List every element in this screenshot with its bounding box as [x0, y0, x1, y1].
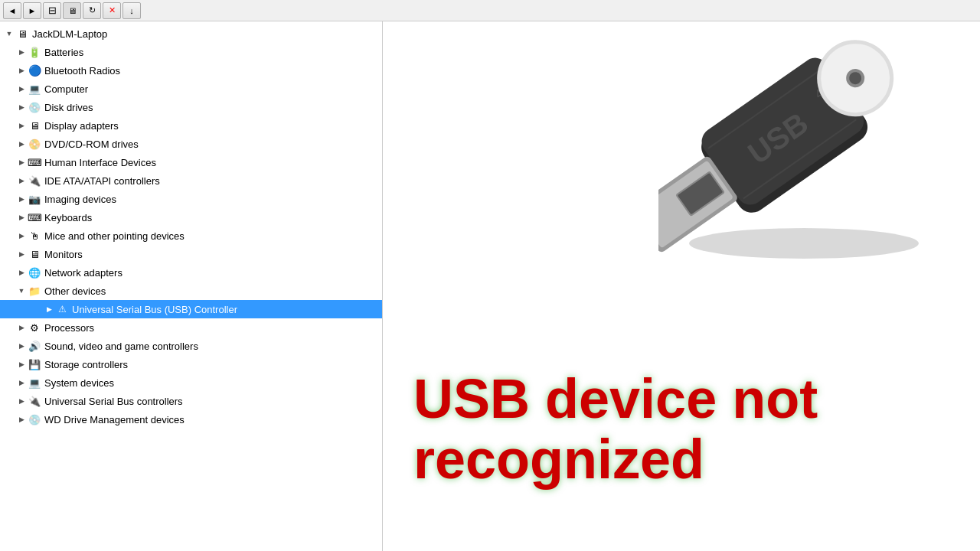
processors-icon: ⚙ [28, 321, 41, 334]
sound-icon: 🔊 [28, 339, 41, 353]
ide-label: IDE ATA/ATAPI controllers [44, 175, 160, 187]
network-label: Network adapters [44, 267, 122, 279]
toolbar-forward[interactable]: ► [23, 2, 41, 19]
usb-bus-icon: 🔌 [28, 394, 41, 408]
batteries-icon: 🔋 [28, 45, 41, 59]
display-icon: 🖥 [28, 119, 41, 132]
tree-item-system[interactable]: ▶ 💻 System devices [0, 373, 382, 392]
hid-expander[interactable]: ▶ [15, 156, 28, 168]
storage-label: Storage controllers [44, 359, 128, 370]
tree-item-display[interactable]: ▶ 🖥 Display adapters [0, 116, 382, 135]
bluetooth-label: Bluetooth Radios [44, 65, 120, 77]
ide-icon: 🔌 [28, 174, 41, 187]
toolbar-scan[interactable]: ↓ [122, 2, 141, 19]
monitors-label: Monitors [44, 249, 83, 260]
tree-item-wd[interactable]: ▶ 💿 WD Drive Management devices [0, 410, 382, 429]
disk-label: Disk drives [44, 102, 93, 113]
storage-icon: 💾 [28, 357, 41, 371]
wd-label: WD Drive Management devices [44, 414, 185, 425]
tree-item-storage[interactable]: ▶ 💾 Storage controllers [0, 355, 382, 373]
usb-ctrl-expander[interactable]: ▶ [43, 303, 55, 315]
imaging-label: Imaging devices [44, 194, 116, 205]
tree-item-mice[interactable]: ▶ 🖱 Mice and other pointing devices [0, 227, 382, 245]
keyboards-label: Keyboards [44, 212, 92, 223]
root-label: JackDLM-Laptop [32, 28, 107, 40]
display-expander[interactable]: ▶ [15, 119, 28, 132]
bluetooth-icon: 🔵 [28, 64, 41, 77]
usb-ctrl-warning-icon: ⚠ [55, 302, 69, 316]
tree-item-computer[interactable]: ▶ 💻 Computer [0, 80, 382, 98]
keyboards-expander[interactable]: ▶ [15, 211, 28, 223]
toolbar: ◄ ► ⊟ 🖥 ↻ ✕ ↓ [0, 0, 980, 21]
tree-item-other[interactable]: ▼ 📁 Other devices [0, 282, 382, 300]
toolbar-update[interactable]: ↻ [83, 2, 101, 19]
other-expander[interactable]: ▼ [15, 285, 28, 297]
usb-drive-svg: USB 4GB [658, 29, 949, 274]
disk-expander[interactable]: ▶ [15, 101, 28, 113]
other-label: Other devices [44, 285, 106, 297]
processors-label: Processors [44, 322, 94, 334]
main-content: ▼ 🖥 JackDLM-Laptop ▶ 🔋 Batteries ▶ 🔵 Blu… [0, 21, 980, 551]
root-icon: 🖥 [15, 27, 29, 41]
tree-item-usb-bus[interactable]: ▶ 🔌 Universal Serial Bus controllers [0, 392, 382, 410]
network-icon: 🌐 [28, 266, 41, 279]
tree-item-monitors[interactable]: ▶ 🖥 Monitors [0, 245, 382, 263]
disk-icon: 💿 [28, 100, 41, 114]
root-expander[interactable]: ▼ [3, 28, 15, 40]
sound-label: Sound, video and game controllers [44, 341, 198, 352]
tree-item-sound[interactable]: ▶ 🔊 Sound, video and game controllers [0, 337, 382, 355]
system-icon: 💻 [28, 376, 41, 390]
monitors-icon: 🖥 [28, 247, 41, 261]
tree-item-processors[interactable]: ▶ ⚙ Processors [0, 318, 382, 337]
toolbar-back[interactable]: ◄ [3, 2, 21, 19]
toolbar-uninstall[interactable]: ✕ [103, 2, 121, 19]
toolbar-collapse[interactable]: ⊟ [43, 2, 61, 19]
tree-root[interactable]: ▼ 🖥 JackDLM-Laptop [0, 24, 382, 43]
computer-expander[interactable]: ▶ [15, 83, 28, 95]
error-message: USB device not recognized [413, 369, 965, 490]
mice-label: Mice and other pointing devices [44, 230, 185, 242]
right-panel: USB 4GB [383, 21, 980, 551]
tree-item-imaging[interactable]: ▶ 📷 Imaging devices [0, 190, 382, 208]
network-expander[interactable]: ▶ [15, 266, 28, 279]
dvd-expander[interactable]: ▶ [15, 138, 28, 150]
imaging-expander[interactable]: ▶ [15, 193, 28, 205]
system-expander[interactable]: ▶ [15, 377, 28, 389]
processors-expander[interactable]: ▶ [15, 321, 28, 334]
error-text-content: USB device not recognized [413, 368, 818, 490]
keyboards-icon: ⌨ [28, 210, 41, 224]
tree-item-usb-ctrl[interactable]: ▶ ⚠ Universal Serial Bus (USB) Controlle… [0, 300, 382, 318]
tree-item-disk[interactable]: ▶ 💿 Disk drives [0, 98, 382, 116]
tree-item-bluetooth[interactable]: ▶ 🔵 Bluetooth Radios [0, 61, 382, 80]
mice-icon: 🖱 [28, 229, 41, 243]
dvd-icon: 📀 [28, 137, 41, 151]
wd-icon: 💿 [28, 412, 41, 426]
hid-label: Human Interface Devices [44, 157, 156, 168]
bluetooth-expander[interactable]: ▶ [15, 64, 28, 77]
ide-expander[interactable]: ▶ [15, 174, 28, 187]
display-label: Display adapters [44, 120, 119, 132]
batteries-label: Batteries [44, 47, 83, 58]
computer-label: Computer [44, 83, 88, 95]
toolbar-properties[interactable]: 🖥 [63, 2, 81, 19]
mice-expander[interactable]: ▶ [15, 230, 28, 242]
computer-icon: 💻 [28, 82, 41, 96]
system-label: System devices [44, 377, 114, 389]
tree-item-dvd[interactable]: ▶ 📀 DVD/CD-ROM drives [0, 135, 382, 153]
batteries-expander[interactable]: ▶ [15, 46, 28, 58]
other-icon: 📁 [28, 284, 41, 298]
wd-expander[interactable]: ▶ [15, 413, 28, 425]
usb-image: USB 4GB [658, 29, 949, 274]
usb-ctrl-label: Universal Serial Bus (USB) Controller [72, 304, 237, 315]
device-tree-panel[interactable]: ▼ 🖥 JackDLM-Laptop ▶ 🔋 Batteries ▶ 🔵 Blu… [0, 21, 383, 551]
imaging-icon: 📷 [28, 192, 41, 206]
monitors-expander[interactable]: ▶ [15, 248, 28, 260]
tree-item-batteries[interactable]: ▶ 🔋 Batteries [0, 43, 382, 61]
tree-item-keyboards[interactable]: ▶ ⌨ Keyboards [0, 208, 382, 227]
tree-item-ide[interactable]: ▶ 🔌 IDE ATA/ATAPI controllers [0, 171, 382, 190]
storage-expander[interactable]: ▶ [15, 358, 28, 370]
tree-item-hid[interactable]: ▶ ⌨ Human Interface Devices [0, 153, 382, 171]
sound-expander[interactable]: ▶ [15, 340, 28, 352]
tree-item-network[interactable]: ▶ 🌐 Network adapters [0, 263, 382, 282]
usb-bus-expander[interactable]: ▶ [15, 395, 28, 407]
